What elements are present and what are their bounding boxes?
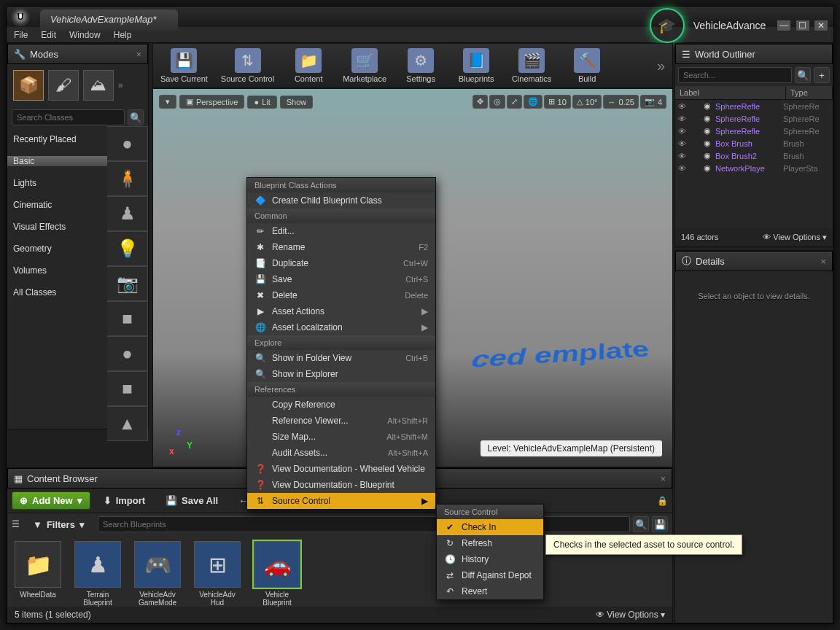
placeable-thumb[interactable]: ● bbox=[107, 336, 148, 371]
menu-item-reference-viewer-[interactable]: Reference Viewer...Alt+Shift+R bbox=[247, 413, 435, 429]
mode-place-icon[interactable]: 📦 bbox=[13, 70, 44, 101]
asset-item[interactable]: ♟Terrain Blueprint bbox=[73, 541, 122, 607]
visibility-icon[interactable]: 👁 bbox=[678, 102, 686, 111]
visibility-icon[interactable]: 👁 bbox=[678, 127, 686, 136]
placeable-thumb[interactable]: 🧍 bbox=[107, 161, 148, 196]
asset-item[interactable]: 🎮VehicleAdv GameMode bbox=[133, 541, 182, 607]
visibility-icon[interactable]: 👁 bbox=[678, 152, 686, 160]
save-all-button[interactable]: 💾 Save All bbox=[158, 492, 225, 509]
toolbar-save-current[interactable]: 💾Save Current bbox=[160, 48, 208, 83]
outliner-row[interactable]: 👁◉SphereRefleSphereRe bbox=[675, 100, 833, 112]
dropdown-icon[interactable]: 🔧 bbox=[14, 49, 26, 60]
visibility-icon[interactable]: 👁 bbox=[678, 139, 686, 148]
toolbar-cinematics[interactable]: 🎬Cinematics bbox=[510, 48, 553, 83]
vp-globe-icon[interactable]: 🌐 bbox=[524, 95, 542, 109]
lock-icon[interactable]: 🔒 bbox=[657, 496, 668, 506]
menu-item-audit-assets-[interactable]: Audit Assets...Alt+Shift+A bbox=[247, 445, 435, 461]
vp-transform-icon[interactable]: ✥ bbox=[472, 95, 488, 109]
menu-item-asset-localization[interactable]: 🌐Asset Localization▶ bbox=[247, 319, 435, 335]
asset-item[interactable]: 🚗Vehicle Blueprint bbox=[252, 541, 302, 607]
mode-paint-icon[interactable]: 🖌 bbox=[48, 70, 79, 101]
menu-item-size-map-[interactable]: Size Map...Alt+Shift+M bbox=[247, 429, 435, 445]
outliner-search-input[interactable] bbox=[678, 67, 792, 83]
minimize-button[interactable]: — bbox=[777, 20, 791, 31]
outliner-row[interactable]: 👁◉Box Brush2Brush bbox=[675, 149, 833, 162]
menu-item-refresh[interactable]: ↻Refresh bbox=[437, 535, 543, 551]
menu-item-create-child-blueprint-class[interactable]: 🔷Create Child Blueprint Class bbox=[247, 192, 435, 209]
import-button[interactable]: ⬇ Import bbox=[96, 492, 152, 509]
menu-file[interactable]: File bbox=[14, 30, 28, 40]
menu-item-delete[interactable]: ✖DeleteDelete bbox=[247, 287, 435, 303]
placeable-thumb[interactable]: ■ bbox=[107, 301, 148, 336]
document-tab[interactable]: VehicleAdvExampleMap* bbox=[40, 9, 178, 31]
menu-item-save[interactable]: 💾SaveCtrl+S bbox=[247, 271, 435, 287]
menu-item-revert[interactable]: ↶Revert bbox=[437, 583, 543, 599]
toolbar-content[interactable]: 📁Content bbox=[287, 48, 330, 83]
menu-item-copy-reference[interactable]: Copy Reference bbox=[247, 397, 435, 413]
mode-more-icon[interactable]: » bbox=[118, 80, 123, 90]
mode-landscape-icon[interactable]: ⛰ bbox=[83, 70, 114, 101]
menu-item-history[interactable]: 🕓History bbox=[437, 551, 543, 567]
add-actor-button[interactable]: + bbox=[814, 67, 830, 83]
outliner-view-options[interactable]: 👁 View Options ▾ bbox=[763, 233, 827, 242]
toolbar-overflow-icon[interactable]: » bbox=[657, 58, 665, 74]
menu-item-view-documentation-blueprint[interactable]: ❓View Documentation - Blueprint bbox=[247, 477, 435, 493]
toolbar-marketplace[interactable]: 🛒Marketplace bbox=[343, 48, 386, 83]
placeable-thumb[interactable]: ♟ bbox=[107, 196, 148, 231]
asset-item[interactable]: 📁WheelData bbox=[13, 541, 63, 607]
vp-perspective-button[interactable]: ▣ Perspective bbox=[179, 95, 244, 109]
vp-surface-icon[interactable]: ⤢ bbox=[507, 95, 522, 109]
toolbar-build[interactable]: 🔨Build bbox=[566, 48, 608, 83]
menu-item-show-in-explorer[interactable]: 🔍Show in Explorer bbox=[247, 366, 435, 382]
outliner-col-label[interactable]: Label bbox=[675, 86, 786, 99]
menu-item-diff-against-depot[interactable]: ⇄Diff Against Depot bbox=[437, 567, 543, 583]
menu-item-edit-[interactable]: ✏Edit... bbox=[247, 223, 435, 239]
placeable-thumb[interactable]: 💡 bbox=[107, 231, 148, 266]
vp-coord-icon[interactable]: ◎ bbox=[489, 95, 505, 109]
tutorial-cap-icon[interactable] bbox=[650, 8, 685, 43]
outliner-row[interactable]: 👁◉SphereRefleSphereRe bbox=[675, 125, 833, 137]
vp-rot-snap-button[interactable]: △ 10° bbox=[572, 95, 602, 109]
menu-item-duplicate[interactable]: 📑DuplicateCtrl+W bbox=[247, 255, 435, 271]
sources-toggle-icon[interactable]: ☰ bbox=[12, 519, 20, 529]
outliner-col-type[interactable]: Type bbox=[786, 86, 833, 99]
close-icon[interactable]: × bbox=[660, 473, 666, 484]
visibility-icon[interactable]: 👁 bbox=[678, 164, 686, 173]
search-icon[interactable]: 🔍 bbox=[795, 67, 811, 83]
outliner-row[interactable]: 👁◉SphereRefleSphereRe bbox=[675, 112, 833, 125]
menu-item-source-control[interactable]: ⇅Source Control▶ bbox=[247, 493, 435, 509]
modes-search-input[interactable] bbox=[12, 109, 125, 125]
vp-cam-speed-button[interactable]: 📷 4 bbox=[640, 95, 666, 109]
toolbar-source-control[interactable]: ⇅Source Control bbox=[221, 48, 274, 83]
outliner-row[interactable]: 👁◉NetworkPlayePlayerSta bbox=[675, 162, 833, 174]
vp-scale-snap-button[interactable]: ↔ 0.25 bbox=[603, 95, 638, 109]
close-button[interactable]: ✕ bbox=[814, 20, 828, 31]
content-view-options[interactable]: 👁 View Options ▾ bbox=[596, 610, 665, 620]
toolbar-blueprints[interactable]: 📘Blueprints bbox=[455, 48, 497, 83]
vp-grid-snap-button[interactable]: ⊞ 10 bbox=[544, 95, 571, 109]
asset-item[interactable]: ⊞VehicleAdv Hud bbox=[192, 541, 242, 607]
outliner-row[interactable]: 👁◉Box BrushBrush bbox=[675, 137, 833, 149]
menu-item-rename[interactable]: ✱RenameF2 bbox=[247, 239, 435, 255]
vp-show-button[interactable]: Show bbox=[280, 96, 314, 109]
placeable-thumb[interactable]: 📷 bbox=[107, 266, 148, 301]
filters-button[interactable]: ▼ Filters ▾ bbox=[26, 516, 92, 533]
menu-item-check-in[interactable]: ✔Check In bbox=[437, 519, 543, 535]
menu-item-view-documentation-wheeled-vehicle[interactable]: ❓View Documentation - Wheeled Vehicle bbox=[247, 461, 435, 477]
add-new-button[interactable]: ⊕ Add New ▾ bbox=[12, 491, 90, 510]
search-icon[interactable]: 🔍 bbox=[128, 109, 144, 125]
placeable-thumb[interactable]: ■ bbox=[107, 371, 148, 406]
menu-item-asset-actions[interactable]: ▶Asset Actions▶ bbox=[247, 303, 435, 319]
placeable-thumb[interactable]: ● bbox=[107, 126, 148, 161]
toolbar-settings[interactable]: ⚙Settings bbox=[400, 48, 442, 83]
visibility-icon[interactable]: 👁 bbox=[678, 114, 686, 123]
placeable-thumb[interactable]: ▲ bbox=[107, 406, 148, 441]
save-search-icon[interactable]: 💾 bbox=[652, 516, 668, 532]
search-icon[interactable]: 🔍 bbox=[633, 516, 649, 532]
close-icon[interactable]: × bbox=[820, 256, 826, 267]
vp-lit-button[interactable]: ● Lit bbox=[247, 96, 276, 109]
close-icon[interactable]: × bbox=[136, 49, 141, 60]
content-search-input[interactable] bbox=[98, 516, 630, 532]
menu-item-show-in-folder-view[interactable]: 🔍Show in Folder ViewCtrl+B bbox=[247, 350, 435, 366]
vp-dropdown-icon[interactable]: ▾ bbox=[159, 95, 176, 109]
